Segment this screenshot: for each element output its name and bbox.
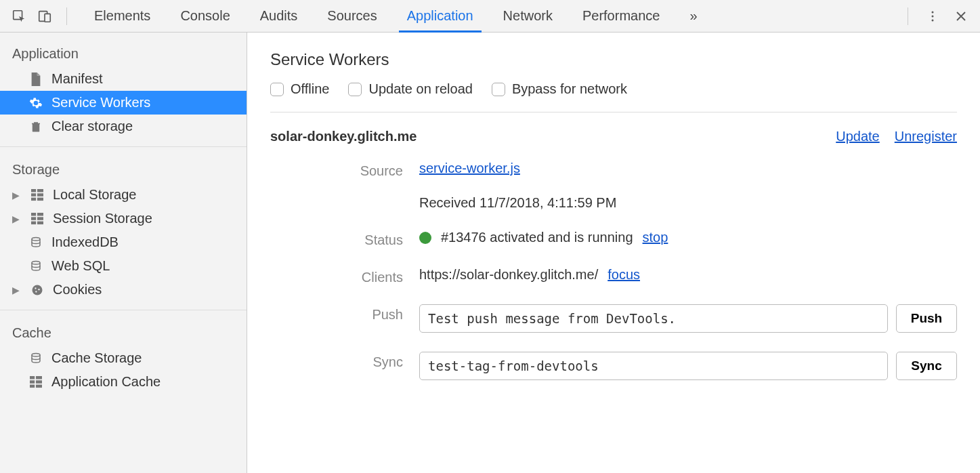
svg-rect-13 [37, 213, 43, 216]
divider [908, 7, 908, 25]
svg-rect-14 [31, 217, 36, 220]
database-icon [28, 235, 43, 250]
svg-rect-9 [37, 193, 43, 197]
svg-point-18 [32, 237, 40, 241]
sidebar-item-session-storage[interactable]: ▶ Session Storage [0, 207, 247, 230]
sw-action-links: Update Unregister [836, 129, 957, 144]
divider [66, 7, 67, 25]
device-toggle-icon[interactable] [34, 5, 56, 27]
sidebar-item-local-storage[interactable]: ▶ Local Storage [0, 183, 247, 207]
svg-rect-15 [37, 217, 43, 220]
sync-label: Sync [270, 352, 419, 370]
offline-checkbox[interactable]: Offline [270, 81, 329, 97]
close-icon[interactable] [950, 5, 972, 27]
sidebar-item-indexeddb[interactable]: IndexedDB [0, 230, 247, 254]
divider [0, 310, 247, 310]
svg-rect-17 [37, 221, 43, 224]
svg-rect-28 [36, 380, 42, 384]
source-received: Received 11/7/2018, 4:11:59 PM [419, 195, 616, 211]
tab-network[interactable]: Network [488, 0, 568, 33]
sidebar-item-manifest[interactable]: Manifest [0, 67, 247, 91]
divider [0, 146, 247, 147]
grid-icon [30, 211, 45, 226]
toolbar-left [8, 5, 74, 27]
client-url: https://solar-donkey.glitch.me/ [419, 267, 598, 283]
svg-rect-27 [30, 380, 35, 384]
push-button[interactable]: Push [896, 304, 957, 333]
sidebar-item-label: Cache Storage [51, 350, 142, 366]
stop-link[interactable]: stop [643, 230, 668, 245]
kebab-menu-icon[interactable] [922, 5, 943, 27]
devtools-tabs: Elements Console Audits Sources Applicat… [79, 0, 712, 33]
focus-link[interactable]: focus [608, 267, 640, 283]
status-indicator-icon [419, 232, 431, 244]
tabs-overflow[interactable]: » [675, 0, 712, 33]
push-input[interactable] [419, 304, 888, 333]
panel-title: Service Workers [270, 50, 957, 69]
tab-console[interactable]: Console [165, 0, 244, 33]
svg-rect-29 [30, 384, 35, 388]
sidebar-item-web-sql[interactable]: Web SQL [0, 254, 247, 278]
chevron-right-double-icon: » [689, 8, 697, 24]
sync-input[interactable] [419, 352, 888, 380]
checkbox-label: Offline [291, 81, 329, 97]
svg-point-3 [932, 11, 934, 13]
sidebar-item-cache-storage[interactable]: Cache Storage [0, 346, 247, 370]
sync-row: Sync Sync [270, 342, 957, 390]
sidebar-item-label: Local Storage [53, 187, 136, 203]
inspect-element-icon[interactable] [8, 5, 30, 27]
devtools-toolbar: Elements Console Audits Sources Applicat… [0, 0, 980, 33]
grid-icon [30, 188, 45, 203]
section-application: Application [0, 39, 247, 67]
svg-point-24 [32, 353, 40, 356]
sync-button[interactable]: Sync [896, 352, 957, 380]
service-workers-panel: Service Workers Offline Update on reload… [247, 33, 980, 473]
tab-audits[interactable]: Audits [245, 0, 313, 33]
svg-point-21 [35, 287, 36, 289]
svg-rect-25 [30, 376, 35, 379]
checkbox-icon [348, 83, 362, 96]
section-cache: Cache [0, 318, 247, 346]
sidebar-item-label: IndexedDB [51, 234, 119, 250]
svg-rect-10 [31, 197, 36, 201]
expand-arrow-icon: ▶ [12, 285, 22, 295]
svg-point-23 [35, 291, 37, 292]
svg-point-5 [932, 19, 934, 21]
sw-options-row: Offline Update on reload Bypass for netw… [270, 81, 957, 112]
svg-rect-6 [31, 189, 36, 192]
sw-registration-header: solar-donkey.glitch.me Update Unregister [270, 112, 957, 151]
sw-origin: solar-donkey.glitch.me [270, 129, 417, 144]
svg-rect-8 [31, 193, 36, 197]
source-value: service-worker.js Received 11/7/2018, 4:… [419, 161, 957, 211]
sidebar-item-application-cache[interactable]: Application Cache [0, 370, 247, 394]
sidebar-item-label: Cookies [53, 282, 102, 297]
checkbox-label: Bypass for network [512, 81, 627, 97]
svg-rect-11 [37, 197, 43, 201]
update-on-reload-checkbox[interactable]: Update on reload [348, 81, 472, 97]
file-icon [28, 72, 43, 87]
checkbox-label: Update on reload [368, 81, 472, 97]
clients-value: https://solar-donkey.glitch.me/ focus [419, 267, 957, 283]
tab-performance[interactable]: Performance [568, 0, 675, 33]
application-sidebar: Application Manifest Service Workers Cle… [0, 33, 247, 473]
sidebar-item-service-workers[interactable]: Service Workers [0, 91, 247, 115]
unregister-link[interactable]: Unregister [895, 129, 957, 144]
expand-arrow-icon: ▶ [12, 190, 22, 201]
expand-arrow-icon: ▶ [12, 213, 22, 224]
svg-point-22 [38, 289, 39, 290]
database-icon [28, 259, 43, 274]
svg-rect-26 [36, 376, 42, 379]
sidebar-item-cookies[interactable]: ▶ Cookies [0, 278, 247, 302]
database-icon [28, 351, 43, 366]
svg-point-4 [932, 15, 934, 17]
update-link[interactable]: Update [836, 129, 880, 144]
svg-rect-2 [45, 14, 50, 22]
tab-application[interactable]: Application [392, 0, 488, 33]
svg-point-19 [32, 261, 40, 264]
tab-elements[interactable]: Elements [79, 0, 165, 33]
source-file-link[interactable]: service-worker.js [419, 161, 520, 176]
sidebar-item-clear-storage[interactable]: Clear storage [0, 115, 247, 138]
bypass-for-network-checkbox[interactable]: Bypass for network [492, 81, 627, 97]
tab-sources[interactable]: Sources [312, 0, 391, 33]
cookie-icon [30, 283, 45, 297]
